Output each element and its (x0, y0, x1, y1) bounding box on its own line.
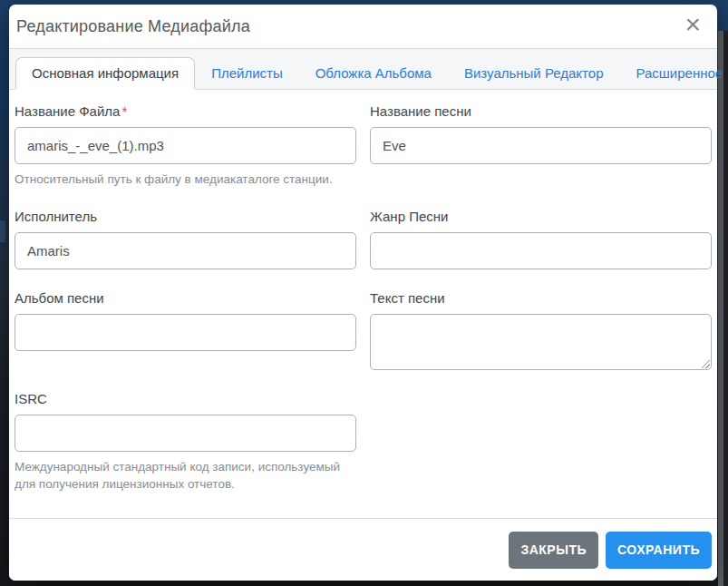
lyrics-textarea[interactable] (370, 314, 712, 370)
form-grid: Название Файла* Относительный путь к фай… (15, 103, 712, 493)
modal-title: Редактирование Медиафайла (16, 17, 250, 36)
song-title-label: Название песни (370, 103, 712, 119)
field-artist: Исполнитель (15, 209, 356, 269)
genre-label: Жанр Песни (370, 209, 712, 224)
isrc-label: ISRC (15, 391, 356, 406)
field-isrc: ISRC Международный стандартный код запис… (15, 391, 356, 493)
modal-footer: ЗАКРЫТЬ СОХРАНИТЬ (9, 518, 717, 581)
tab-advanced[interactable]: Расширенное (619, 57, 728, 90)
tab-album-art[interactable]: Обложка Альбома (299, 57, 448, 90)
save-button[interactable]: СОХРАНИТЬ (606, 532, 712, 569)
tab-visual-editor[interactable]: Визуальный Редактор (448, 57, 620, 90)
field-song-title: Название песни (370, 103, 712, 164)
field-file-name: Название Файла* Относительный путь к фай… (15, 103, 356, 188)
file-name-label: Название Файла* (15, 103, 356, 119)
album-input[interactable] (15, 314, 356, 351)
close-button[interactable]: ЗАКРЫТЬ (509, 532, 598, 569)
file-name-label-text: Название Файла (15, 103, 120, 119)
isrc-help: Международный стандартный код записи, ис… (15, 458, 356, 493)
modal-header: Редактирование Медиафайла × (9, 5, 717, 49)
backdrop-right-edge (723, 31, 728, 586)
album-label: Альбом песни (15, 290, 356, 306)
required-asterisk: * (121, 103, 127, 119)
artist-label: Исполнитель (15, 209, 356, 224)
isrc-input[interactable] (15, 415, 356, 452)
lyrics-label: Текст песни (370, 290, 712, 306)
tab-playlists[interactable]: Плейлисты (195, 57, 299, 90)
backdrop-content-fragment (0, 220, 5, 242)
modal-body: Название Файла* Относительный путь к фай… (9, 90, 717, 493)
song-title-input[interactable] (370, 127, 712, 164)
artist-input[interactable] (15, 232, 356, 269)
tab-bar: Основная информация Плейлисты Обложка Ал… (9, 49, 717, 90)
field-album: Альбом песни (15, 290, 356, 351)
field-genre: Жанр Песни (370, 209, 712, 269)
tab-basic-info[interactable]: Основная информация (15, 57, 195, 90)
field-lyrics: Текст песни (370, 290, 712, 370)
edit-media-modal: Редактирование Медиафайла × Основная инф… (9, 5, 717, 581)
file-name-help: Относительный путь к файлу в медиакатало… (15, 171, 356, 188)
file-name-input[interactable] (15, 127, 356, 164)
close-icon[interactable]: × (677, 11, 710, 42)
genre-input[interactable] (370, 232, 712, 269)
